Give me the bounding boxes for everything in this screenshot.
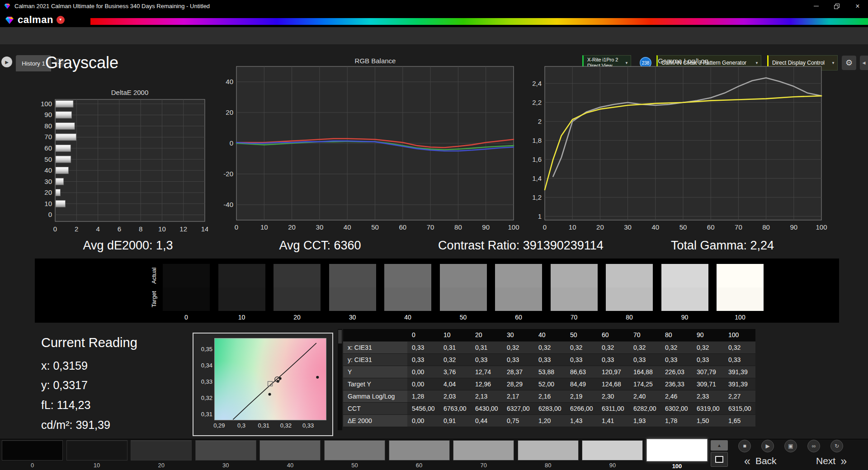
swatch-level-label: 50 [440,314,487,321]
table-row: x: CIE310,330,310,310,320,320,320,320,32… [343,341,755,353]
table-cell: 6282,00 [629,402,660,414]
table-cell: 84,49 [566,378,597,390]
table-cell: 0,33 [502,353,534,366]
svg-text:6: 6 [118,225,121,233]
cie-x-tick: 0,33 [300,422,316,429]
pattern-patch-100[interactable]: 100 [646,440,708,470]
pattern-patch-80[interactable]: 80 [518,440,579,469]
table-cell: 86,63 [566,366,597,378]
table-cell: 6302,00 [660,402,692,414]
grayscale-swatch-40: 40 [384,264,431,318]
minimize-button[interactable] [806,0,826,12]
restore-button[interactable] [826,0,847,12]
patch-color [582,440,643,461]
svg-text:50: 50 [679,223,687,231]
display-icon [715,456,723,463]
table-cell: 6266,00 [566,402,597,414]
table-col-header: 20 [471,329,502,341]
table-col-header: 60 [597,329,629,341]
swatch-actual [163,264,210,287]
grayscale-swatch-0: 0 [163,264,210,318]
table-cell: 0,00 [407,414,439,427]
swatch-actual [329,264,376,287]
table-cell: 1,20 [534,414,566,427]
svg-text:100: 100 [816,223,827,231]
pattern-patch-90[interactable]: 90 [582,440,643,469]
table-cell: 0,33 [692,353,724,366]
svg-text:50: 50 [44,155,52,163]
chevron-left-icon: ◀ [863,61,866,65]
rgb-balance-chart: 010203040506070809010040200-20-40 [217,63,520,235]
swatch-target [717,287,764,311]
table-cell: 2,30 [597,390,629,402]
pattern-patch-0[interactable]: 0 [2,440,63,469]
rainbow-strip [90,18,868,25]
patch-label: 60 [389,462,450,469]
swatch-actual [606,264,653,287]
table-cell: 28,29 [502,378,534,390]
table-cell: 0,33 [534,353,566,366]
reading-cdm2: cd/m²: 391,39 [41,418,110,432]
pattern-patch-20[interactable]: 20 [131,440,192,469]
scrollbar-thumb[interactable] [338,330,342,343]
table-cell: 12,74 [471,366,502,378]
save-button[interactable]: ▣ [784,440,797,452]
display-view-button[interactable] [711,452,728,467]
history-panel-toggle[interactable]: ▶ [1,56,12,67]
play-button[interactable]: ▶ [761,440,774,452]
svg-text:70: 70 [427,223,434,231]
logo-wordmark: calman [18,14,53,26]
table-cell: 0,32 [692,341,724,353]
svg-text:0: 0 [230,139,233,147]
settings-button[interactable]: ⚙ [842,56,856,70]
pattern-patch-50[interactable]: 50 [324,440,385,469]
table-cell: 164,88 [629,366,660,378]
cie-chart-panel: 0,350,340,330,320,31 0,290,30,310,320,33 [193,333,333,436]
pattern-patch-70[interactable]: 70 [453,440,514,469]
svg-text:90: 90 [790,223,797,231]
logo-menu-button[interactable]: ▼ [57,16,65,24]
svg-text:100: 100 [41,100,52,108]
table-cell: 0,33 [407,353,439,366]
svg-text:80: 80 [454,223,462,231]
pattern-patch-30[interactable]: 30 [195,440,256,469]
swatch-level-label: 90 [661,314,708,321]
reading-y: y: 0,3317 [41,379,88,392]
table-cell: 2,16 [534,390,566,402]
pattern-patch-10[interactable]: 10 [66,440,127,469]
next-button[interactable]: Next » [816,454,847,468]
patch-label: 0 [2,462,63,469]
collapse-toolbar-button[interactable]: ◀ [860,56,868,70]
close-button[interactable]: × [847,0,868,12]
pattern-patch-40[interactable]: 40 [259,440,321,469]
table-cell: 1,50 [692,414,724,427]
svg-text:80: 80 [762,223,770,231]
refresh-button[interactable]: ↻ [830,440,843,452]
scroll-up-button[interactable]: ▲ [711,440,728,451]
table-cell: 2,46 [660,390,692,402]
back-button[interactable]: « Back [744,454,777,468]
table-row: Target Y0,004,0412,9628,2952,0084,49124,… [343,378,755,390]
table-cell: 2,13 [471,390,502,402]
table-cell: 0,91 [439,414,471,427]
table-cell: 0,32 [629,341,660,353]
patch-color [195,440,256,461]
pattern-patch-60[interactable]: 60 [389,440,450,469]
table-cell: 0,33 [407,341,439,353]
svg-text:90: 90 [482,223,490,231]
svg-text:30: 30 [44,178,52,185]
link-button[interactable]: ∞ [807,440,820,452]
swatch-target [440,287,487,311]
table-cell: 307,79 [692,366,724,378]
stop-button[interactable]: ■ [738,440,751,452]
table-cell: 391,39 [724,366,755,378]
swatch-target [661,287,708,311]
play-icon: ▶ [765,443,769,449]
swatch-actual [384,264,431,287]
table-cell: 0,31 [471,341,502,353]
table-scrollbar[interactable] [338,329,342,430]
patch-color [324,440,385,461]
table-row-label: ΔE 2000 [343,414,407,427]
table-cell: 0,33 [660,353,692,366]
svg-text:50: 50 [371,223,379,231]
